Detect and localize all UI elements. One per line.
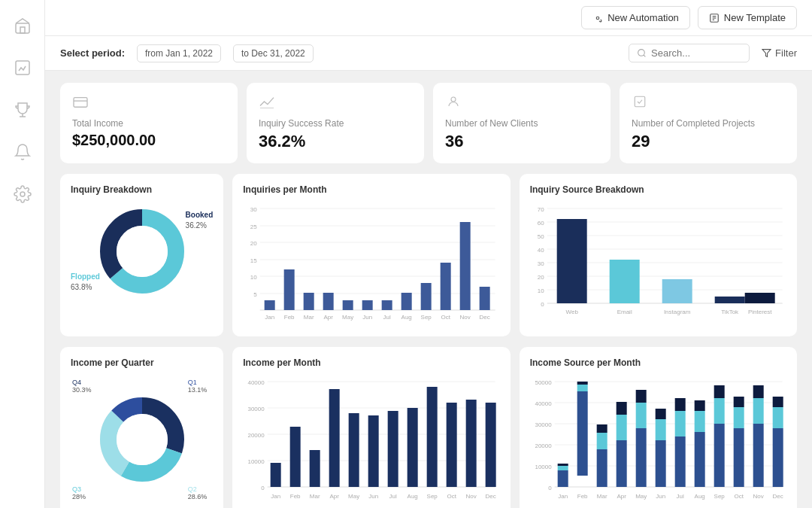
svg-rect-143 (596, 433, 607, 449)
search-input[interactable] (651, 47, 741, 59)
svg-text:May: May (348, 493, 359, 500)
svg-text:Nov: Nov (466, 493, 477, 500)
search-box[interactable] (629, 44, 750, 62)
filterbar: Select period: from Jan 1, 2022 to Dec 3… (45, 36, 812, 71)
inquiries-per-month-card: Inquiries per Month 30 25 20 15 10 5 (232, 174, 510, 336)
search-icon (637, 48, 647, 58)
new-template-button[interactable]: New Template (698, 6, 797, 29)
income-bar-chart: 40000 30000 20000 10000 0 (243, 376, 499, 507)
person-icon (445, 95, 598, 112)
svg-text:60: 60 (537, 220, 544, 227)
svg-rect-154 (674, 437, 685, 487)
booked-pct-label: 36.2% (186, 221, 214, 231)
svg-text:Jul: Jul (383, 314, 391, 321)
svg-text:Feb: Feb (577, 493, 587, 500)
from-date-input[interactable]: from Jan 1, 2022 (137, 44, 221, 62)
svg-text:Dec: Dec (486, 493, 496, 500)
flopped-pct-label: 63.8% (71, 282, 100, 293)
svg-text:20000: 20000 (248, 432, 265, 439)
svg-rect-1 (20, 27, 25, 33)
svg-text:May: May (342, 314, 353, 321)
kpi-new-clients: Number of New Clients 36 (433, 83, 611, 163)
svg-rect-146 (616, 415, 626, 440)
svg-rect-101 (290, 427, 301, 487)
svg-rect-169 (772, 428, 783, 487)
svg-text:Instagram: Instagram (664, 309, 691, 315)
sidebar (0, 0, 45, 508)
svg-rect-150 (635, 390, 646, 403)
svg-rect-161 (714, 398, 724, 424)
topbar: New Automation New Template (45, 0, 812, 36)
svg-text:20000: 20000 (535, 443, 552, 449)
kpi-completed-projects: Number of Completed Projects 29 (620, 83, 797, 163)
svg-rect-136 (557, 470, 568, 487)
inquiry-source-chart: 70 60 50 40 30 20 10 0 (530, 202, 786, 323)
svg-text:Jun: Jun (362, 314, 372, 321)
svg-text:Jun: Jun (656, 493, 665, 500)
svg-rect-162 (714, 385, 724, 398)
svg-rect-106 (388, 411, 398, 487)
kpi-total-income: Total Income $250,000.00 (60, 83, 238, 163)
svg-rect-153 (655, 409, 665, 419)
svg-rect-102 (310, 450, 320, 487)
svg-text:10000: 10000 (248, 458, 265, 465)
svg-rect-160 (714, 424, 724, 487)
svg-text:Apr: Apr (330, 493, 340, 500)
svg-text:50000: 50000 (535, 379, 552, 386)
svg-rect-40 (382, 300, 392, 310)
svg-text:10: 10 (537, 287, 544, 294)
svg-rect-141 (577, 382, 587, 385)
period-label: Select period: (60, 47, 125, 59)
dashboard: Total Income $250,000.00 Inquiry Success… (45, 71, 812, 508)
svg-text:Jan: Jan (558, 493, 568, 500)
sidebar-icon-settings[interactable] (12, 184, 33, 205)
svg-text:40: 40 (537, 247, 544, 254)
svg-text:10: 10 (250, 274, 257, 281)
inquiries-bar-chart: 30 25 20 15 10 5 (243, 202, 499, 323)
svg-rect-39 (362, 300, 373, 310)
svg-rect-41 (401, 293, 412, 310)
flopped-label: Flopped (71, 272, 100, 282)
svg-text:Sep: Sep (421, 314, 432, 321)
svg-text:Dec: Dec (772, 493, 783, 500)
kpi-label-2: Number of New Clients (445, 118, 598, 129)
svg-text:0: 0 (541, 301, 544, 308)
svg-text:Sep: Sep (714, 493, 725, 500)
sidebar-icon-home[interactable] (12, 15, 33, 36)
svg-rect-158 (694, 411, 704, 432)
svg-rect-16 (635, 96, 645, 107)
svg-rect-36 (304, 293, 314, 310)
kpi-row: Total Income $250,000.00 Inquiry Success… (60, 83, 797, 163)
sidebar-icon-bell[interactable] (12, 141, 33, 163)
income-per-month-title: Income per Month (243, 357, 499, 368)
sidebar-icon-trophy[interactable] (12, 99, 33, 120)
inquiries-per-month-title: Inquiries per Month (243, 184, 499, 195)
svg-text:30: 30 (250, 206, 257, 213)
chart-small-icon (259, 95, 412, 112)
to-date-input[interactable]: to Dec 31, 2022 (233, 44, 314, 62)
svg-text:Dec: Dec (480, 314, 490, 321)
new-automation-button[interactable]: New Automation (581, 6, 690, 29)
svg-rect-78 (744, 293, 774, 303)
svg-rect-145 (616, 440, 626, 487)
svg-rect-142 (596, 449, 607, 487)
svg-text:0: 0 (548, 485, 552, 491)
svg-rect-168 (753, 385, 763, 398)
svg-rect-166 (753, 424, 763, 487)
sidebar-icon-chart[interactable] (12, 57, 33, 78)
svg-text:Oct: Oct (734, 493, 744, 500)
svg-text:Mar: Mar (304, 314, 314, 321)
svg-text:Oct: Oct (447, 493, 457, 500)
filter-button[interactable]: Filter (762, 47, 797, 59)
svg-rect-147 (616, 402, 626, 415)
kpi-value-3: 29 (632, 132, 785, 151)
svg-text:Email: Email (617, 309, 632, 315)
kpi-value-2: 36 (445, 132, 598, 151)
svg-text:0: 0 (261, 485, 265, 491)
svg-rect-12 (74, 98, 87, 108)
svg-text:70: 70 (537, 206, 544, 213)
svg-rect-0 (16, 23, 29, 33)
svg-text:Feb: Feb (284, 314, 295, 321)
svg-text:30000: 30000 (248, 406, 265, 412)
check-icon (632, 95, 785, 112)
